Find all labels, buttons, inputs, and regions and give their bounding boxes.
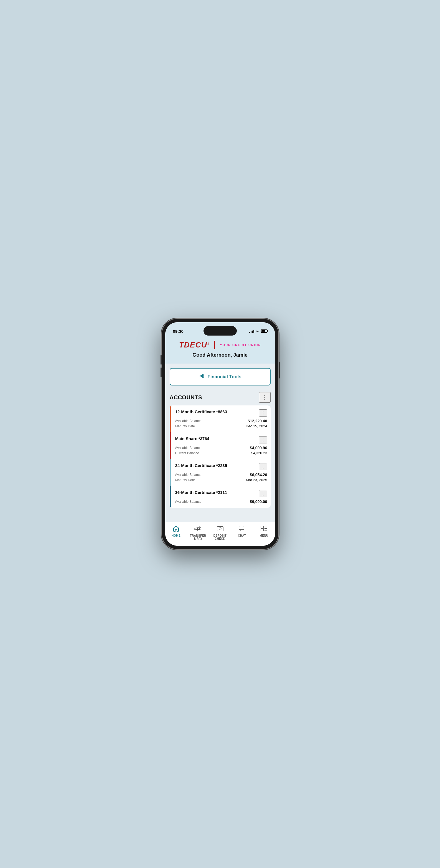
account-detail-row: Maturity Date Mar 23, 2025 xyxy=(175,478,267,482)
battery-fill xyxy=(261,330,265,332)
account-detail-value: $4,009.96 xyxy=(250,446,267,450)
account-detail-label: Available Balance xyxy=(175,419,201,423)
accounts-section: ACCOUNTS ⋮ 12-Month Certificate *8863 ⋮ xyxy=(165,389,275,508)
sidebar-item-menu[interactable]: MENU xyxy=(253,524,275,541)
financial-tools-label: Financial Tools xyxy=(208,374,241,380)
account-name: 24-Month Certificate *2235 xyxy=(175,463,227,468)
account-more-button[interactable]: ⋮ xyxy=(259,463,267,470)
account-detail-row: Available Balance $4,009.96 xyxy=(175,446,267,450)
nav-label-chat: CHAT xyxy=(238,534,246,537)
account-detail-row: Available Balance $12,220.40 xyxy=(175,419,267,423)
status-time: 09:30 xyxy=(173,329,184,334)
sidebar-item-transfer[interactable]: $ TRANSFER& PAY xyxy=(187,524,209,541)
nav-label-deposit: DEPOSITCHECK xyxy=(214,534,226,540)
financial-tools-button[interactable]: Financial Tools xyxy=(170,368,271,385)
volume-down-button[interactable] xyxy=(160,367,162,377)
list-item: 12-Month Certificate *8863 ⋮ Available B… xyxy=(170,405,271,432)
home-icon xyxy=(173,526,179,533)
account-detail-label: Maturity Date xyxy=(175,478,195,482)
account-detail-label: Available Balance xyxy=(175,446,201,450)
account-name: 36-Month Certificate *2111 xyxy=(175,490,227,495)
accounts-header: ACCOUNTS ⋮ xyxy=(170,389,271,405)
account-detail-label: Maturity Date xyxy=(175,424,195,428)
account-detail-row: Available Balance $6,054.20 xyxy=(175,472,267,477)
financial-tools-section: Financial Tools xyxy=(165,364,275,389)
account-detail-row: Maturity Date Dec 15, 2024 xyxy=(175,424,267,428)
bottom-navigation: HOME $ TRANSFER& PAY xyxy=(165,522,275,546)
logo-container: TDECU® YOUR CREDIT UNION xyxy=(171,341,270,349)
chat-icon xyxy=(239,526,246,533)
account-detail-value: Mar 23, 2025 xyxy=(246,478,267,482)
list-item: 36-Month Certificate *2111 ⋮ Available B… xyxy=(170,486,271,508)
account-more-button[interactable]: ⋮ xyxy=(259,436,267,443)
account-detail-value: $4,320.23 xyxy=(251,451,267,455)
account-name: 12-Month Certificate *8863 xyxy=(175,409,227,414)
transfer-icon: $ xyxy=(194,526,201,533)
svg-point-9 xyxy=(219,528,221,530)
phone-frame: 09:30 ∿ TDECU® YOUR xyxy=(162,319,278,549)
phone-screen: 09:30 ∿ TDECU® YOUR xyxy=(165,322,275,546)
svg-point-2 xyxy=(202,376,204,378)
content-area: Financial Tools ACCOUNTS ⋮ 12-Month Cert… xyxy=(165,364,275,522)
dynamic-island xyxy=(203,326,237,336)
account-detail-value: $9,000.00 xyxy=(250,499,267,504)
account-detail-row: Available Balance $9,000.00 xyxy=(175,499,267,504)
svg-text:$: $ xyxy=(194,527,196,530)
list-item: 24-Month Certificate *2235 ⋮ Available B… xyxy=(170,459,271,486)
wifi-icon: ∿ xyxy=(256,329,259,333)
power-button[interactable] xyxy=(279,362,280,378)
account-detail-label: Current Balance xyxy=(175,451,199,455)
svg-point-1 xyxy=(202,374,204,376)
nav-label-menu: MENU xyxy=(259,534,268,537)
volume-up-button[interactable] xyxy=(160,355,162,365)
account-detail-value: $6,054.20 xyxy=(250,472,267,477)
account-detail-row: Current Balance $4,320.23 xyxy=(175,451,267,455)
header: TDECU® YOUR CREDIT UNION Good Afternoon,… xyxy=(165,338,275,364)
nav-label-home: HOME xyxy=(171,534,181,537)
sidebar-item-home[interactable]: HOME xyxy=(165,524,187,541)
nav-label-transfer: TRANSFER& PAY xyxy=(190,534,206,540)
list-item: Main Share *3764 ⋮ Available Balance $4,… xyxy=(170,432,271,459)
financial-tools-icon xyxy=(198,373,205,380)
signal-icon xyxy=(249,330,254,333)
svg-rect-11 xyxy=(239,526,244,530)
registered-mark: ® xyxy=(207,342,209,345)
logo-divider xyxy=(214,341,215,349)
svg-point-0 xyxy=(200,375,201,377)
accounts-list: 12-Month Certificate *8863 ⋮ Available B… xyxy=(170,405,271,508)
battery-icon xyxy=(261,330,267,333)
sidebar-item-deposit[interactable]: DEPOSITCHECK xyxy=(209,524,231,541)
account-more-button[interactable]: ⋮ xyxy=(259,409,267,416)
accounts-title: ACCOUNTS xyxy=(170,394,202,401)
account-detail-value: Dec 15, 2024 xyxy=(246,424,267,428)
svg-line-4 xyxy=(202,376,202,377)
account-more-button[interactable]: ⋮ xyxy=(259,490,267,497)
status-icons: ∿ xyxy=(249,329,267,333)
sidebar-item-chat[interactable]: CHAT xyxy=(231,524,253,541)
greeting-text: Good Afternoon, Jamie xyxy=(171,352,270,358)
tdecu-logo: TDECU® xyxy=(179,341,209,349)
account-detail-label: Available Balance xyxy=(175,500,201,504)
deposit-check-icon xyxy=(217,526,224,533)
account-detail-value: $12,220.40 xyxy=(248,419,267,423)
accounts-menu-button[interactable]: ⋮ xyxy=(259,392,271,403)
logo-tagline: YOUR CREDIT UNION xyxy=(220,343,261,347)
svg-rect-12 xyxy=(261,526,264,528)
account-name: Main Share *3764 xyxy=(175,436,209,441)
menu-icon xyxy=(260,526,268,533)
svg-line-3 xyxy=(202,375,202,376)
svg-rect-13 xyxy=(261,529,264,531)
account-detail-label: Available Balance xyxy=(175,473,201,477)
